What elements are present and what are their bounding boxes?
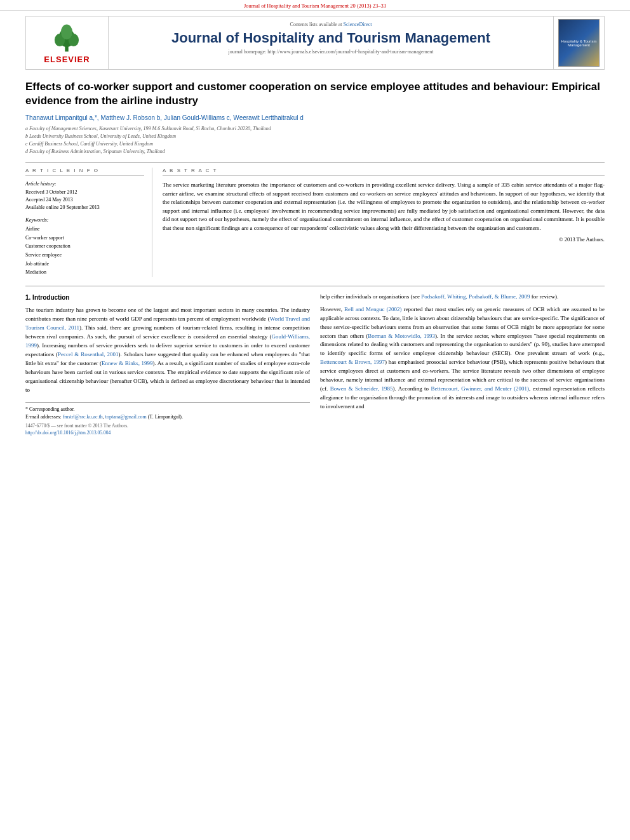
affiliation-d: d Faculty of Business Administration, Sr… xyxy=(25,148,605,156)
elsevier-wordmark: ELSEVIER xyxy=(44,55,90,64)
article-info-col: A R T I C L E I N F O Article history: R… xyxy=(25,168,152,277)
ref-bowen[interactable]: Bowen & Schneider, 1985 xyxy=(330,385,393,392)
affiliation-a: a Faculty of Management Sciences, Kasets… xyxy=(25,125,605,133)
email-line: E-mail addresses: fmstrl@src.ku.ac.th, t… xyxy=(25,413,310,421)
info-abstract-row: A R T I C L E I N F O Article history: R… xyxy=(25,162,605,277)
article-history: Article history: Received 3 October 2012… xyxy=(25,181,144,211)
kw-service: Service employee xyxy=(25,251,144,260)
ref-peccel[interactable]: Peccel & Rosenthal, 2001 xyxy=(58,351,119,357)
affiliation-c: c Cardiff Business School, Cardiff Unive… xyxy=(25,140,605,148)
elsevier-logo-section: ELSEVIER xyxy=(26,17,109,69)
ref-ennew[interactable]: Ennew & Binks, 1999 xyxy=(102,360,153,366)
intro-para-1: The tourism industry has grown to become… xyxy=(25,306,310,394)
affiliations: a Faculty of Management Sciences, Kasets… xyxy=(25,125,605,156)
copyright-line: © 2013 The Authors. xyxy=(163,236,605,243)
contents-text: Contents lists available at xyxy=(290,22,344,27)
elsevier-logo: ELSEVIER xyxy=(44,22,90,64)
abstract-heading: A B S T R A C T xyxy=(163,168,605,176)
svg-point-4 xyxy=(61,25,72,40)
body-right-para1: help either individuals or organisations… xyxy=(320,293,605,302)
body-right-para2: However, Bell and Menguc (2002) reported… xyxy=(320,305,605,411)
article-info-heading: A R T I C L E I N F O xyxy=(25,168,144,176)
abstract-text: The service marketing literature promote… xyxy=(163,181,605,232)
body-section: 1. Introduction The tourism industry has… xyxy=(25,293,605,437)
intro-text-1a: The tourism industry has grown to become… xyxy=(25,307,310,322)
journal-thumbnail: Hospitality & Tourism Management xyxy=(558,19,600,67)
issn-line: 1447-6770/$ — see front matter © 2013 Th… xyxy=(25,422,310,430)
journal-title-section: Contents lists available at ScienceDirec… xyxy=(109,17,553,69)
email-label: E-mail addresses: xyxy=(25,414,63,420)
sciencedirect-link[interactable]: ScienceDirect xyxy=(344,22,372,27)
thumbnail-label: Hospitality & Tourism Management xyxy=(559,38,599,48)
section-divider xyxy=(25,286,605,286)
history-title: Article history: xyxy=(25,181,144,187)
affiliation-b: b Leeds University Business School, Univ… xyxy=(25,133,605,140)
footnote-area: * Corresponding author. E-mail addresses… xyxy=(25,403,310,437)
doi-link[interactable]: http://dx.doi.org/10.1016/j.jhtm.2013.05… xyxy=(25,430,111,436)
keywords-title: Keywords: xyxy=(25,217,144,223)
journal-header: ELSEVIER Contents lists available at Sci… xyxy=(25,16,605,70)
received-date: Received 3 October 2012 xyxy=(25,189,144,196)
journal-thumbnail-section: Hospitality & Tourism Management xyxy=(553,17,604,69)
kw-job: Job attitude xyxy=(25,260,144,269)
body-col-right: help either individuals or organisations… xyxy=(320,293,605,437)
ref-podsakoff[interactable]: Podsakoff, Whiting, Podsakoff, & Blume, … xyxy=(421,293,530,300)
corresponding-note: * Corresponding author. xyxy=(25,406,310,413)
abstract-paragraph: The service marketing literature promote… xyxy=(163,181,605,232)
authors-line: Thanawut Limpanitgul a,*, Matthew J. Rob… xyxy=(25,114,605,121)
body-right-2a: However, xyxy=(320,306,344,312)
kw-mediation: Mediation xyxy=(25,268,144,277)
body-right-1a: help either individuals or organisations… xyxy=(320,293,421,300)
elsevier-tree-icon xyxy=(48,22,86,53)
email-2-link[interactable]: toptana@gmail.com xyxy=(105,414,147,420)
intro-section-title: 1. Introduction xyxy=(25,293,310,303)
article-title: Effects of co-worker support and custome… xyxy=(25,80,605,108)
kw-customer: Customer cooperation xyxy=(25,242,144,251)
kw-coworker: Co-worker support xyxy=(25,234,144,243)
available-date: Available online 20 September 2013 xyxy=(25,204,144,211)
ref-borman[interactable]: Borman & Motowidlo, 1993 xyxy=(368,333,435,339)
accepted-date: Accepted 24 May 2013 xyxy=(25,196,144,204)
body-right-2e: ). According to xyxy=(392,385,431,392)
journal-main-title: Journal of Hospitality and Tourism Manag… xyxy=(116,30,546,46)
email-1-link[interactable]: fmstrl@src.ku.ac.th xyxy=(63,414,103,420)
ref-bell[interactable]: Bell and Menguc (2002) xyxy=(344,306,402,312)
article-main: Effects of co-worker support and custome… xyxy=(25,80,605,277)
authors-text: Thanawut Limpanitgul a,*, Matthew J. Rob… xyxy=(25,114,304,121)
ref-bettencourt01[interactable]: Bettencourt, Gwinner, and Meuter (2001) xyxy=(431,385,529,392)
keywords-section: Keywords: Airline Co-worker support Cust… xyxy=(25,217,144,277)
journal-homepage: journal homepage: http://www.journals.el… xyxy=(116,49,546,55)
kw-airline: Airline xyxy=(25,225,144,234)
contents-line: Contents lists available at ScienceDirec… xyxy=(116,22,546,27)
body-col-left: 1. Introduction The tourism industry has… xyxy=(25,293,310,437)
email-note: (T. Limpanitgul). xyxy=(147,414,183,420)
abstract-col: A B S T R A C T The service marketing li… xyxy=(163,168,605,277)
journal-bar: Journal of Hospitality and Tourism Manag… xyxy=(0,0,630,11)
journal-citation: Journal of Hospitality and Tourism Manag… xyxy=(244,3,386,9)
ref-bettencourt97[interactable]: Bettencourt & Brown, 1997 xyxy=(320,359,385,365)
body-right-1b: for review). xyxy=(530,293,559,300)
